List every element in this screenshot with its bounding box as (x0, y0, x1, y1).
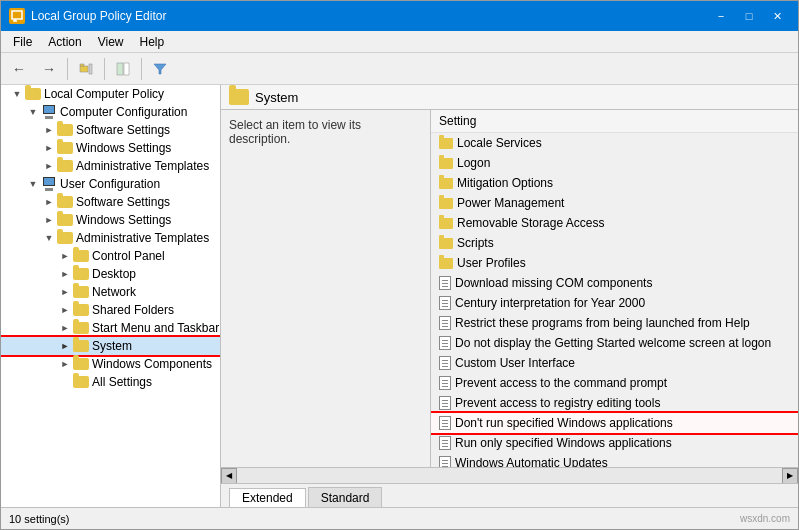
ws1-toggle[interactable]: ► (41, 140, 57, 156)
tree-item-control-panel[interactable]: ► Control Panel (1, 247, 220, 265)
at1-folder-icon (57, 158, 73, 174)
at1-toggle[interactable]: ► (41, 158, 57, 174)
up-button[interactable] (72, 56, 100, 82)
tree-root[interactable]: ▼ Local Computer Policy (1, 85, 220, 103)
prevent-cmd-page-icon (439, 376, 451, 390)
network-label: Network (92, 285, 136, 299)
root-label: Local Computer Policy (44, 87, 164, 101)
tree-item-windows-components[interactable]: ► Windows Components (1, 355, 220, 373)
svg-rect-7 (124, 63, 129, 75)
cp-label: Control Panel (92, 249, 165, 263)
tree-item-user-config[interactable]: ▼ User Configuration (1, 175, 220, 193)
toolbar: ← → (1, 53, 798, 85)
tree-item-start-menu[interactable]: ► Start Menu and Taskbar (1, 319, 220, 337)
menu-bar: File Action View Help (1, 31, 798, 53)
setting-power-management[interactable]: Power Management (431, 193, 798, 213)
minimize-button[interactable]: − (708, 6, 734, 26)
app-icon (9, 8, 25, 24)
description-pane: Select an item to view its description. (221, 110, 431, 467)
setting-logon[interactable]: Logon (431, 153, 798, 173)
setting-prevent-registry[interactable]: Prevent access to registry editing tools (431, 393, 798, 413)
back-button[interactable]: ← (5, 56, 33, 82)
filter-button[interactable] (146, 56, 174, 82)
cp-toggle[interactable]: ► (57, 248, 73, 264)
auto-updates-label: Windows Automatic Updates (455, 456, 608, 467)
sm-label: Start Menu and Taskbar (92, 321, 219, 335)
setting-windows-auto-updates[interactable]: Windows Automatic Updates (431, 453, 798, 467)
setting-mitigation-options[interactable]: Mitigation Options (431, 173, 798, 193)
setting-locale-services[interactable]: Locale Services (431, 133, 798, 153)
setting-removable-storage[interactable]: Removable Storage Access (431, 213, 798, 233)
menu-view[interactable]: View (90, 31, 132, 52)
ss1-folder-icon (57, 122, 73, 138)
locale-folder-icon (439, 138, 453, 149)
tree-item-network[interactable]: ► Network (1, 283, 220, 301)
setting-user-profiles[interactable]: User Profiles (431, 253, 798, 273)
network-toggle[interactable]: ► (57, 284, 73, 300)
close-button[interactable]: ✕ (764, 6, 790, 26)
menu-help[interactable]: Help (132, 31, 173, 52)
tree-item-system[interactable]: ► System (1, 337, 220, 355)
tree-item-software-settings-1[interactable]: ► Software Settings (1, 121, 220, 139)
horizontal-scrollbar[interactable]: ◀ ▶ (221, 467, 798, 483)
prevent-registry-page-icon (439, 396, 451, 410)
user-config-icon (41, 176, 57, 192)
setting-prevent-cmd[interactable]: Prevent access to the command prompt (431, 373, 798, 393)
toolbar-separator-3 (141, 58, 142, 80)
system-folder-icon (73, 338, 89, 354)
setting-dont-run-specified[interactable]: Don't run specified Windows applications (431, 413, 798, 433)
tree-item-windows-settings-2[interactable]: ► Windows Settings (1, 211, 220, 229)
tree-item-admin-templates-2[interactable]: ▼ Administrative Templates (1, 229, 220, 247)
maximize-button[interactable]: □ (736, 6, 762, 26)
h-scroll-left[interactable]: ◀ (221, 468, 237, 484)
tree-item-shared-folders[interactable]: ► Shared Folders (1, 301, 220, 319)
setting-custom-ui[interactable]: Custom User Interface (431, 353, 798, 373)
show-hide-button[interactable] (109, 56, 137, 82)
sf-toggle[interactable]: ► (57, 302, 73, 318)
user-config-toggle[interactable]: ▼ (25, 176, 41, 192)
setting-scripts[interactable]: Scripts (431, 233, 798, 253)
tree-item-all-settings[interactable]: All Settings (1, 373, 220, 391)
computer-config-toggle[interactable]: ▼ (25, 104, 41, 120)
ws2-toggle[interactable]: ► (41, 212, 57, 228)
setting-restrict-programs[interactable]: Restrict these programs from being launc… (431, 313, 798, 333)
ss2-folder-icon (57, 194, 73, 210)
content-panes: Select an item to view its description. … (221, 110, 798, 467)
wc-toggle[interactable]: ► (57, 356, 73, 372)
desktop-toggle[interactable]: ► (57, 266, 73, 282)
ss2-toggle[interactable]: ► (41, 194, 57, 210)
menu-action[interactable]: Action (40, 31, 89, 52)
setting-century-interp[interactable]: Century interpretation for Year 2000 (431, 293, 798, 313)
sf-folder-icon (73, 302, 89, 318)
restrict-page-icon (439, 316, 451, 330)
setting-no-getting-started[interactable]: Do not display the Getting Started welco… (431, 333, 798, 353)
tree-panel: ▼ Local Computer Policy ▼ Computer Confi… (1, 85, 221, 507)
tree-item-desktop[interactable]: ► Desktop (1, 265, 220, 283)
at2-toggle[interactable]: ▼ (41, 230, 57, 246)
tab-standard[interactable]: Standard (308, 487, 383, 507)
system-toggle[interactable]: ► (57, 338, 73, 354)
tabs-bar: Extended Standard (221, 483, 798, 507)
forward-button[interactable]: → (35, 56, 63, 82)
sm-toggle[interactable]: ► (57, 320, 73, 336)
desktop-folder-icon (73, 266, 89, 282)
h-scroll-right[interactable]: ▶ (782, 468, 798, 484)
title-bar: Local Group Policy Editor − □ ✕ (1, 1, 798, 31)
tab-extended[interactable]: Extended (229, 488, 306, 507)
menu-file[interactable]: File (5, 31, 40, 52)
ws1-folder-icon (57, 140, 73, 156)
h-scroll-track[interactable] (237, 468, 782, 484)
tree-item-windows-settings-1[interactable]: ► Windows Settings (1, 139, 220, 157)
settings-pane: Setting Locale Services Logon Mitigation… (431, 110, 798, 467)
setting-download-com[interactable]: Download missing COM components (431, 273, 798, 293)
tree-item-admin-templates-1[interactable]: ► Administrative Templates (1, 157, 220, 175)
tree-item-computer-config[interactable]: ▼ Computer Configuration (1, 103, 220, 121)
system-header-title: System (255, 90, 298, 105)
ss1-toggle[interactable]: ► (41, 122, 57, 138)
ws2-label: Windows Settings (76, 213, 171, 227)
userprofiles-label: User Profiles (457, 256, 526, 270)
setting-run-only-specified[interactable]: Run only specified Windows applications (431, 433, 798, 453)
tree-item-software-settings-2[interactable]: ► Software Settings (1, 193, 220, 211)
system-label: System (92, 339, 132, 353)
root-toggle[interactable]: ▼ (9, 86, 25, 102)
